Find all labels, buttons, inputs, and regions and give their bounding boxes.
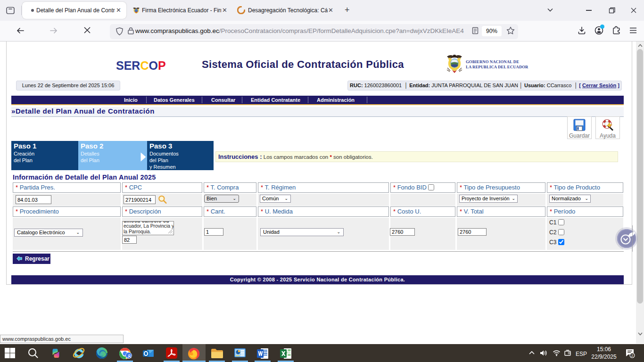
svg-text:2: 2 (631, 354, 634, 358)
